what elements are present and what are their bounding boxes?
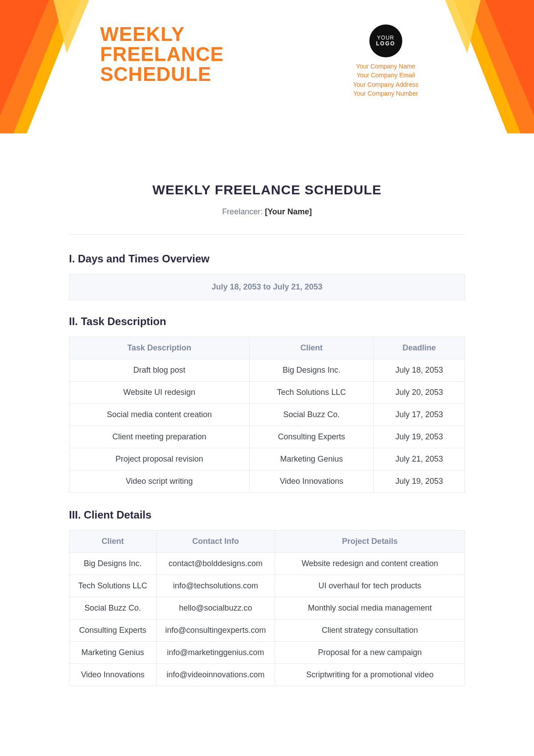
freelancer-line: Freelancer: [Your Name] — [69, 207, 465, 217]
table-row: Social media content creationSocial Buzz… — [69, 404, 465, 426]
table-cell: Tech Solutions LLC — [69, 575, 157, 597]
freelancer-value: [Your Name] — [265, 207, 312, 216]
banner: WEEKLY FREELANCE SCHEDULE YOUR LOGO Your… — [0, 0, 534, 142]
table-row: Big Designs Inc.contact@bolddesigns.comW… — [69, 553, 465, 575]
table-cell: July 18, 2053 — [374, 359, 465, 382]
section-heading-tasks: II. Task Description — [69, 315, 465, 328]
logo-placeholder-icon: YOUR LOGO — [369, 24, 402, 57]
clients-table: ClientContact InfoProject Details Big De… — [69, 530, 465, 686]
page-title: WEEKLY FREELANCE SCHEDULE — [69, 182, 465, 197]
table-cell: hello@socialbuzz.co — [156, 597, 275, 619]
table-row: Consulting Expertsinfo@consultingexperts… — [69, 619, 465, 642]
table-cell: July 19, 2053 — [374, 470, 465, 493]
company-line: Your Company Address — [353, 80, 418, 89]
column-header: Project Details — [275, 531, 465, 553]
banner-title-line: FREELANCE — [100, 44, 224, 64]
company-line: Your Company Email — [353, 71, 418, 80]
banner-title-line: WEEKLY — [100, 24, 224, 44]
tasks-table: Task DescriptionClientDeadline Draft blo… — [69, 337, 465, 493]
table-row: Project proposal revisionMarketing Geniu… — [69, 448, 465, 470]
table-cell: Client meeting preparation — [69, 426, 250, 448]
table-cell: info@techsolutions.com — [156, 575, 275, 597]
table-cell: UI overhaul for tech products — [275, 575, 465, 597]
table-row: Video Innovationsinfo@videoinnovations.c… — [69, 664, 465, 686]
table-cell: Big Designs Inc. — [69, 553, 157, 575]
table-cell: July 19, 2053 — [374, 426, 465, 448]
column-header: Deadline — [374, 337, 465, 359]
table-cell: Marketing Genius — [249, 448, 373, 470]
table-cell: Proposal for a new campaign — [275, 642, 465, 664]
table-row: Social Buzz Co.hello@socialbuzz.coMonthl… — [69, 597, 465, 619]
table-row: Draft blog postBig Designs Inc.July 18, … — [69, 359, 465, 382]
banner-title: WEEKLY FREELANCE SCHEDULE — [100, 24, 224, 84]
table-cell: info@consultingexperts.com — [156, 619, 275, 642]
table-cell: Scriptwriting for a promotional video — [275, 664, 465, 686]
table-cell: Draft blog post — [69, 359, 250, 382]
table-cell: Project proposal revision — [69, 448, 250, 470]
section-heading-clients: III. Client Details — [69, 509, 465, 521]
column-header: Client — [249, 337, 373, 359]
table-cell: info@videoinnovations.com — [156, 664, 275, 686]
logo-block: YOUR LOGO Your Company Name Your Company… — [353, 24, 418, 98]
company-line: Your Company Number — [353, 89, 418, 98]
table-cell: Video Innovations — [69, 664, 157, 686]
table-cell: Marketing Genius — [69, 642, 157, 664]
table-header-row: Task DescriptionClientDeadline — [69, 337, 465, 359]
divider — [69, 234, 465, 235]
table-cell: Website UI redesign — [69, 382, 250, 404]
table-cell: Consulting Experts — [249, 426, 373, 448]
table-row: Marketing Geniusinfo@marketinggenius.com… — [69, 642, 465, 664]
table-cell: Monthly social media management — [275, 597, 465, 619]
table-cell: Video Innovations — [249, 470, 373, 493]
table-cell: Video script writing — [69, 470, 250, 493]
column-header: Contact Info — [156, 531, 275, 553]
table-row: Video script writingVideo InnovationsJul… — [69, 470, 465, 493]
table-cell: Website redesign and content creation — [275, 553, 465, 575]
table-header-row: ClientContact InfoProject Details — [69, 531, 465, 553]
table-cell: July 20, 2053 — [374, 382, 465, 404]
document-body: WEEKLY FREELANCE SCHEDULE Freelancer: [Y… — [69, 182, 465, 686]
table-row: Website UI redesignTech Solutions LLCJul… — [69, 382, 465, 404]
table-cell: Social Buzz Co. — [249, 404, 373, 426]
column-header: Client — [69, 531, 157, 553]
table-cell: Big Designs Inc. — [249, 359, 373, 382]
date-range-bar: July 18, 2053 to July 21, 2053 — [69, 274, 465, 300]
table-cell: Tech Solutions LLC — [249, 382, 373, 404]
table-cell: Client strategy consultation — [275, 619, 465, 642]
banner-title-line: SCHEDULE — [100, 64, 224, 84]
section-heading-overview: I. Days and Times Overview — [69, 253, 465, 265]
table-cell: Social Buzz Co. — [69, 597, 157, 619]
table-cell: contact@bolddesigns.com — [156, 553, 275, 575]
column-header: Task Description — [69, 337, 250, 359]
company-line: Your Company Name — [353, 62, 418, 71]
table-cell: July 17, 2053 — [374, 404, 465, 426]
table-cell: July 21, 2053 — [374, 448, 465, 470]
table-row: Client meeting preparationConsulting Exp… — [69, 426, 465, 448]
freelancer-label: Freelancer: — [222, 207, 263, 216]
table-cell: info@marketinggenius.com — [156, 642, 275, 664]
company-info: Your Company Name Your Company Email You… — [353, 62, 418, 98]
table-cell: Consulting Experts — [69, 619, 157, 642]
table-row: Tech Solutions LLCinfo@techsolutions.com… — [69, 575, 465, 597]
table-cell: Social media content creation — [69, 404, 250, 426]
